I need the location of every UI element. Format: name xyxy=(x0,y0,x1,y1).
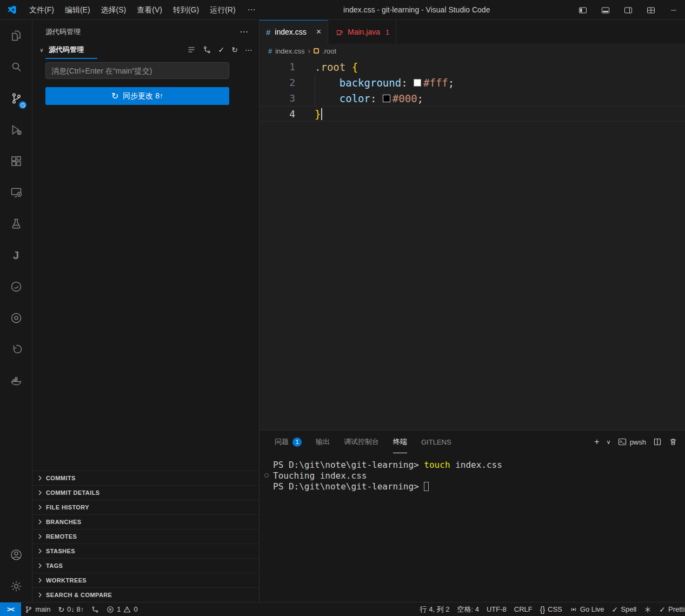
extension-status-icon[interactable] xyxy=(640,602,655,616)
prettier-status[interactable]: ✓ Prettier xyxy=(655,602,685,616)
sidebar-section-stashes[interactable]: STASHES xyxy=(32,544,259,558)
scm-repo-section-header[interactable]: ∨ 源代码管理 ✓ ↻ ⋯ xyxy=(32,43,259,57)
terminal-output[interactable]: PS D:\git\note\git-learning>touchindex.c… xyxy=(260,453,685,602)
terminal-line: PS D:\git\note\git-learning>touchindex.c… xyxy=(273,460,685,471)
commit-message-input[interactable] xyxy=(45,62,229,79)
tab-debug-console[interactable]: 调试控制台 xyxy=(344,430,379,453)
sync-changes-button[interactable]: ↻ 同步更改 8↑ xyxy=(45,87,229,105)
tab-problems-badge: 1 xyxy=(385,28,389,36)
remote-indicator[interactable]: >< xyxy=(0,602,21,616)
problems-status[interactable]: 1 0 xyxy=(103,602,141,616)
branch-indicator[interactable]: main xyxy=(21,602,54,616)
close-icon[interactable]: × xyxy=(316,27,321,37)
customize-layout-icon[interactable] xyxy=(640,0,662,20)
menu-overflow-icon[interactable]: ⋯ xyxy=(241,5,262,15)
language-mode[interactable]: {} CSS xyxy=(536,602,566,616)
minimize-icon[interactable] xyxy=(662,0,685,20)
sidebar-view-title: 源代码管理 xyxy=(45,27,81,37)
activity-gradle[interactable] xyxy=(0,271,32,302)
tab-terminal[interactable]: 终端 xyxy=(393,430,407,453)
menu-file[interactable]: 文件(F) xyxy=(24,0,59,20)
activity-settings[interactable] xyxy=(0,571,32,602)
activity-extensions[interactable] xyxy=(0,145,32,177)
activity-docker[interactable] xyxy=(0,365,32,396)
sidebar-section-commit-details[interactable]: COMMIT DETAILS xyxy=(32,485,259,500)
eol-sequence[interactable]: CRLF xyxy=(510,602,536,616)
sidebar-section-file-history[interactable]: FILE HISTORY xyxy=(32,500,259,514)
sidebar-section-tags[interactable]: TAGS xyxy=(32,558,259,573)
tab-gitlens[interactable]: GITLENS xyxy=(421,430,451,453)
menu-goto[interactable]: 转到(G) xyxy=(168,0,204,20)
menu-edit[interactable]: 编辑(E) xyxy=(59,0,96,20)
breadcrumb-symbol[interactable]: .root xyxy=(322,47,336,55)
sidebar-section-commits[interactable]: COMMITS xyxy=(32,471,259,485)
tab-index-css[interactable]: # index.css × xyxy=(260,20,328,44)
chevron-down-icon[interactable]: ∨ xyxy=(607,439,611,445)
indentation[interactable]: 空格: 4 xyxy=(453,602,482,616)
chevron-right-icon xyxy=(36,532,44,541)
css-file-icon: # xyxy=(268,47,272,55)
tab-main-java[interactable]: Main.java 1 xyxy=(328,20,396,44)
refresh-icon[interactable]: ↻ xyxy=(231,46,238,54)
sidebar-section-remotes[interactable]: REMOTES xyxy=(32,529,259,544)
terminal-line: PS D:\git\note\git-learning> xyxy=(273,481,685,492)
activity-source-control[interactable] xyxy=(0,83,32,114)
beaker-icon xyxy=(10,217,23,230)
window-controls xyxy=(571,0,685,19)
chevron-right-icon xyxy=(36,488,44,497)
status-bar: >< main ↻ 0↓ 8↑ 1 0 行 4, 列 2 空格: 4 UTF-8 xyxy=(0,602,685,616)
activity-gitlens[interactable] xyxy=(0,334,32,365)
breadcrumb-file[interactable]: index.css xyxy=(275,47,304,55)
menu-run[interactable]: 运行(R) xyxy=(204,0,241,20)
go-live-button[interactable]: Go Live xyxy=(566,602,608,616)
tab-output[interactable]: 输出 xyxy=(316,430,330,453)
split-terminal-icon[interactable] xyxy=(653,438,662,446)
terminal-profile-item[interactable]: pwsh xyxy=(618,438,646,446)
activity-live-server[interactable] xyxy=(0,302,32,334)
scm-actions: ✓ ↻ ⋯ xyxy=(187,45,252,54)
chevron-down-icon: ∨ xyxy=(38,47,45,53)
new-terminal-icon[interactable]: + xyxy=(594,438,599,446)
sidebar-section-branches[interactable]: BRANCHES xyxy=(32,514,259,529)
warning-icon xyxy=(123,606,131,613)
code-editor[interactable]: 1 .root{ 2 background:#fff; 3 color:#000… xyxy=(260,58,685,430)
check-icon: ✓ xyxy=(612,606,619,613)
toggle-secondary-sidebar-icon[interactable] xyxy=(617,0,640,20)
commit-check-icon[interactable]: ✓ xyxy=(218,46,225,54)
activity-java-project[interactable]: J xyxy=(0,240,32,271)
menu-selection[interactable]: 选择(S) xyxy=(96,0,132,20)
activity-run-debug[interactable] xyxy=(0,114,32,145)
target-circle-icon xyxy=(10,312,23,324)
toggle-panel-icon[interactable] xyxy=(594,0,617,20)
command-decoration-icon[interactable] xyxy=(264,473,269,478)
gear-icon xyxy=(10,580,23,593)
activity-remote-explorer[interactable] xyxy=(0,177,32,208)
docker-whale-icon xyxy=(10,374,23,387)
more-actions-icon[interactable]: ⋯ xyxy=(245,46,252,54)
tab-problems[interactable]: 问题 1 xyxy=(275,430,302,453)
sidebar-section-worktrees[interactable]: WORKTREES xyxy=(32,573,259,587)
code-line: 4 } xyxy=(260,106,685,122)
menu-view[interactable]: 查看(V) xyxy=(131,0,168,20)
trash-icon[interactable] xyxy=(669,438,677,446)
more-actions-icon[interactable]: ⋯ xyxy=(240,28,248,36)
activity-testing[interactable] xyxy=(0,208,32,240)
tab-label: Main.java xyxy=(348,28,380,36)
color-swatch[interactable] xyxy=(383,95,390,102)
commit-graph-icon[interactable] xyxy=(203,45,211,54)
toggle-sidebar-icon[interactable] xyxy=(571,0,594,20)
commit-graph-status[interactable] xyxy=(88,602,103,616)
activity-explorer[interactable] xyxy=(0,20,32,51)
cursor-position[interactable]: 行 4, 列 2 xyxy=(416,602,454,616)
activity-search[interactable] xyxy=(0,51,32,83)
color-swatch[interactable] xyxy=(414,79,421,87)
activity-accounts[interactable] xyxy=(0,539,32,571)
sync-icon: ↻ xyxy=(58,606,64,613)
view-as-list-icon[interactable] xyxy=(187,45,196,54)
encoding[interactable]: UTF-8 xyxy=(483,602,510,616)
sync-status[interactable]: ↻ 0↓ 8↑ xyxy=(54,602,88,616)
spell-checker-status[interactable]: ✓ Spell xyxy=(608,602,641,616)
bottom-panel: 问题 1 输出 调试控制台 终端 GITLENS + ∨ pwsh xyxy=(260,430,685,602)
sidebar-section-search-compare[interactable]: SEARCH & COMPARE xyxy=(32,587,259,602)
scm-repo-title: 源代码管理 xyxy=(49,45,184,55)
